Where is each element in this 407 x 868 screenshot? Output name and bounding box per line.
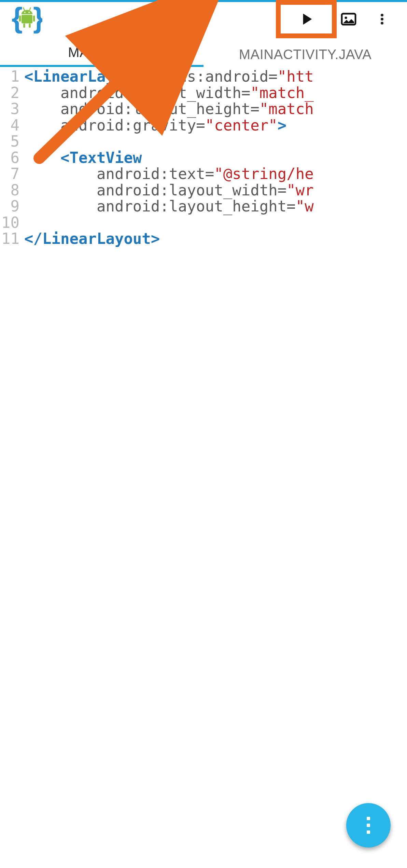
- tab-label: MAINACTIVITY.JAVA: [239, 47, 372, 62]
- tab-label: MAIN.XML: [68, 45, 135, 60]
- line-number: 1: [1, 68, 19, 85]
- line-number-gutter: 1234567891011: [0, 68, 24, 247]
- code-line[interactable]: android:layout_width="match_: [24, 85, 407, 101]
- svg-rect-3: [19, 15, 21, 22]
- overflow-menu-button[interactable]: [370, 7, 394, 31]
- svg-point-9: [24, 12, 26, 13]
- more-vert-icon: [367, 817, 370, 834]
- line-number: 3: [1, 101, 19, 117]
- line-number: 5: [1, 133, 19, 150]
- file-tabs: MAIN.XML MAINACTIVITY.JAVA: [0, 36, 407, 67]
- line-number: 7: [1, 166, 19, 182]
- code-line[interactable]: android:text="@string/he: [24, 166, 407, 182]
- tab-main-xml[interactable]: MAIN.XML: [0, 42, 204, 67]
- code-line[interactable]: android:gravity="center">: [24, 117, 407, 134]
- line-number: 6: [1, 150, 19, 166]
- svg-point-15: [381, 22, 383, 25]
- code-content[interactable]: <LinearLayout xmlns:android="htt android…: [24, 68, 407, 247]
- svg-rect-5: [23, 24, 25, 28]
- code-line[interactable]: android:layout_width="wr: [24, 182, 407, 198]
- code-line[interactable]: </LinearLayout>: [24, 231, 407, 247]
- code-editor[interactable]: 1234567891011 <LinearLayout xmlns:androi…: [0, 67, 407, 247]
- svg-line-7: [23, 8, 25, 11]
- code-line[interactable]: <TextView: [24, 150, 407, 166]
- app-bar: { }: [0, 2, 407, 36]
- svg-point-10: [28, 12, 30, 13]
- code-line[interactable]: [24, 215, 407, 231]
- code-line[interactable]: android:layout_height="match: [24, 101, 407, 117]
- svg-rect-6: [29, 24, 30, 28]
- svg-rect-2: [22, 15, 32, 23]
- line-number: 8: [1, 182, 19, 198]
- run-button[interactable]: [281, 2, 332, 36]
- line-number: 11: [1, 231, 19, 247]
- tab-mainactivity-java[interactable]: MAINACTIVITY.JAVA: [204, 44, 407, 67]
- line-number: 4: [1, 117, 19, 134]
- line-number: 2: [1, 85, 19, 101]
- svg-line-8: [29, 8, 31, 11]
- code-line[interactable]: <LinearLayout xmlns:android="htt: [24, 68, 407, 85]
- svg-point-14: [381, 18, 383, 20]
- code-line[interactable]: android:layout_height="w: [24, 198, 407, 215]
- code-line[interactable]: [24, 133, 407, 150]
- app-logo[interactable]: { }: [12, 4, 42, 35]
- fab-more-button[interactable]: [346, 803, 391, 848]
- svg-text:{: {: [12, 4, 23, 34]
- line-number: 9: [1, 198, 19, 215]
- svg-point-13: [381, 14, 383, 16]
- line-number: 10: [1, 215, 19, 231]
- design-preview-button[interactable]: [337, 7, 361, 31]
- svg-point-12: [345, 16, 347, 19]
- svg-rect-4: [33, 15, 35, 22]
